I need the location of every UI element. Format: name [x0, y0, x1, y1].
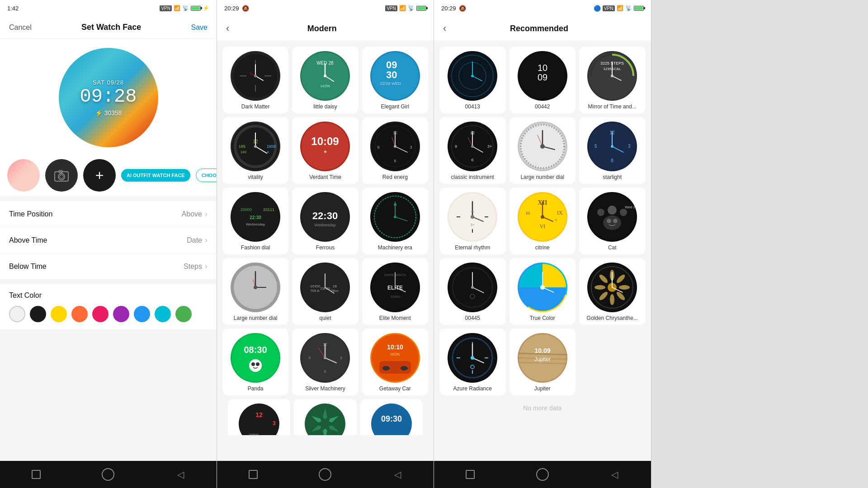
battery-icon-2 [416, 6, 426, 11]
save-button[interactable]: Save [191, 23, 208, 32]
color-orange[interactable] [71, 306, 88, 322]
watch-item-elegant-girl[interactable]: 09 30 02/28 WED Elegant Girl [362, 47, 428, 113]
camera-button[interactable] [45, 159, 78, 192]
partial-clock-2 [305, 404, 345, 435]
watch-item-large-dial[interactable]: Large number dial [509, 117, 576, 184]
nav-back-button-1[interactable]: ◁ [174, 468, 187, 481]
svg-point-128 [611, 75, 613, 77]
nav-square-button-1[interactable] [30, 468, 42, 481]
wifi-icon: 📡 [182, 5, 189, 11]
add-watch-face-button[interactable]: + [83, 159, 116, 192]
watch-item-classic[interactable]: 12 3+ 6 9 classic instrument [439, 117, 506, 184]
watch-item-azure[interactable]: Azure Radiance [439, 328, 506, 395]
vpn-icon-3: VPN [603, 5, 615, 11]
nav-home-button-1[interactable] [102, 468, 114, 481]
watch-item-mirror[interactable]: 3225 STEPS 1235KCAL Mirror of Time and..… [579, 47, 646, 113]
watch-item-little-daisy[interactable]: WED 28 14356 little daisy [292, 47, 358, 113]
watch-item-quiet[interactable]: 16350 705 A 28 28cc 23h60 quiet [292, 258, 358, 325]
svg-text:3+: 3+ [487, 144, 492, 149]
watch-item-fashion[interactable]: 20000 20111 22:30 Wednesday Fashion dial [222, 188, 288, 254]
color-black[interactable] [30, 306, 46, 322]
modern-grid[interactable]: Dark Matter WED 28 14356 little daisy [217, 41, 434, 461]
above-time-val: Date [187, 236, 202, 244]
watch-item-00442[interactable]: 10 09 00442 [509, 47, 576, 113]
partial-watch-1[interactable]: 12 3 23500 [228, 399, 290, 435]
watch-thumb-classic: 12 3+ 6 9 [448, 122, 497, 171]
clock-face-starlight: 12 3 8 5 [587, 122, 637, 171]
nav-square-button-3[interactable] [464, 468, 476, 481]
watch-item-machinery[interactable]: Machinery era [362, 188, 428, 254]
watch-item-elite[interactable]: DARE WACH ELITE 23460 Elite Moment [362, 258, 428, 325]
watch-thumb-mirror: 3225 STEPS 1235KCAL [587, 51, 637, 101]
watch-item-ferrous[interactable]: 22:30 Wednesday Ferrous [292, 188, 358, 254]
nav-back-button-2[interactable]: ◁ [391, 468, 404, 481]
svg-text:Wed 28: Wed 28 [625, 205, 637, 209]
color-red[interactable] [92, 306, 108, 322]
status-time-1: 1:42 [7, 5, 19, 12]
watch-item-starlight[interactable]: 12 3 8 5 starlight [579, 117, 646, 184]
watch-item-panda[interactable]: 08:30 Panda [222, 328, 288, 395]
svg-text:28: 28 [333, 284, 337, 288]
svg-text:3: 3 [628, 144, 631, 149]
watch-item-dark-matter[interactable]: Dark Matter [222, 47, 288, 113]
back-button-2[interactable]: ‹ [226, 23, 229, 34]
status-time-2: 20:29 🔕 [224, 5, 249, 12]
below-time-row[interactable]: Below Time Steps › [0, 253, 217, 280]
above-time-row[interactable]: Above Time Date › [0, 227, 217, 253]
color-blue[interactable] [134, 306, 150, 322]
watch-item-vitality[interactable]: 12 185 182 1658 4 vitality [222, 117, 288, 184]
nav-square-button-2[interactable] [247, 468, 259, 481]
watch-thumb-jupiter: 10.09 Jupiter [518, 333, 567, 383]
time-position-row[interactable]: Time Position Above › [0, 201, 217, 227]
time-display-3: 20:29 [441, 5, 456, 12]
clock-face-vitality: 12 185 182 1658 4 [231, 122, 280, 171]
watch-thumb-00445 [448, 263, 497, 312]
watch-name-eternal: Eternal rhythm [455, 244, 490, 251]
nav-home-button-3[interactable] [536, 468, 549, 481]
watch-item-00445[interactable]: 00445 [439, 258, 506, 325]
status-icons-1: VPN 📶 📡 ⚡ [160, 5, 209, 11]
watch-item-jupiter[interactable]: 10.09 Jupiter Jupiter [509, 328, 576, 395]
recommended-grid[interactable]: 00413 10 09 00442 [434, 41, 651, 461]
cancel-button[interactable]: Cancel [9, 23, 32, 32]
clock-face-golden [587, 263, 637, 312]
watch-item-eternal[interactable]: +9 3+ Eternal rhythm [439, 188, 506, 254]
color-purple[interactable] [113, 306, 129, 322]
watch-thumb-eternal: +9 3+ [448, 192, 497, 242]
watch-item-cat[interactable]: Wed 28 Cat [579, 188, 646, 254]
color-white[interactable] [9, 306, 25, 322]
watch-item-red-energ[interactable]: 12 3 6 9 Red energ [362, 117, 428, 184]
clock-face-truecolor [518, 263, 567, 312]
watch-item-verdant[interactable]: 10:09 ★ Verdant Time [292, 117, 358, 184]
watch-face-preview[interactable]: SAT 09/28 09:28 ⚡ 30358 [59, 48, 158, 147]
svg-point-46 [394, 145, 396, 148]
back-button-3[interactable]: ‹ [443, 23, 446, 34]
partial-watch-3[interactable]: 09:30 [360, 399, 423, 435]
recommended-title: Recommended [452, 24, 626, 33]
watch-item-00413[interactable]: 00413 [439, 47, 506, 113]
settings-section: Time Position Above › Above Time Date › … [0, 201, 217, 280]
status-time-3: 20:29 🔕 [441, 5, 466, 12]
svg-point-153 [611, 145, 613, 148]
partial-watch-2[interactable] [294, 399, 356, 435]
svg-point-81 [232, 334, 279, 381]
clock-face-00413 [448, 51, 497, 101]
color-green[interactable] [175, 306, 192, 322]
svg-text:12: 12 [255, 411, 263, 418]
nav-home-button-2[interactable] [319, 468, 331, 481]
watch-item-citrine[interactable]: XII IX VI III ≡ citrine [509, 188, 576, 254]
watch-item-silver[interactable]: 12 3 6 9 Silver Machinery [292, 328, 358, 395]
watch-item-getaway[interactable]: 10:10 MON Getaway Car [362, 328, 428, 395]
color-cyan[interactable] [155, 306, 171, 322]
color-yellow[interactable] [51, 306, 67, 322]
watch-item-large-num[interactable]: Large number dial [222, 258, 288, 325]
choose-album-button[interactable]: CHOOSE FROM ALBUM [196, 169, 217, 182]
ai-outfit-button[interactable]: AI OUTFIT WATCH FACE [121, 169, 190, 182]
watch-thumb-pink[interactable] [7, 159, 40, 192]
watch-name-verdant: Verdant Time [309, 174, 341, 180]
clock-face-machinery [370, 192, 420, 242]
watch-item-truecolor[interactable]: True Color [509, 258, 576, 325]
watch-item-golden[interactable]: Golden Chrysanthe... [579, 258, 646, 325]
nav-back-button-3[interactable]: ◁ [609, 468, 621, 481]
svg-text:20111: 20111 [263, 207, 274, 212]
